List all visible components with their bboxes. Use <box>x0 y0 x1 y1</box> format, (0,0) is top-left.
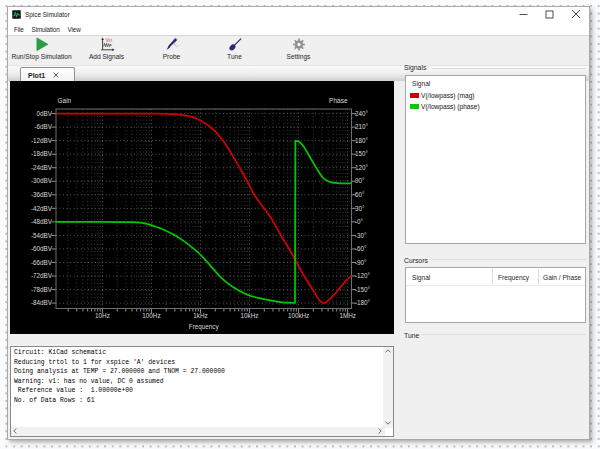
settings-gear-icon <box>291 37 307 52</box>
cursors-header-gain-phase[interactable]: Gain / Phase <box>543 274 581 281</box>
svg-text:-90°: -90° <box>355 259 367 266</box>
svg-text:Vin: Vin <box>105 38 112 43</box>
svg-text:-72dBV: -72dBV <box>30 272 52 279</box>
toolbar-label: Run/Stop Simulation <box>11 53 71 60</box>
cursors-section-label: Cursors <box>404 257 428 264</box>
svg-text:-0°: -0° <box>355 218 364 225</box>
probe-icon <box>164 37 180 52</box>
svg-text:30°: 30° <box>355 205 365 212</box>
svg-text:-30dBV: -30dBV <box>30 177 52 184</box>
gain-axis-title: Gain <box>57 97 71 104</box>
signals-section-label: Signals <box>404 64 426 71</box>
menu-view[interactable]: View <box>68 26 81 33</box>
run-simulation-icon <box>34 37 50 52</box>
titlebar[interactable]: Spice Simulator <box>8 7 589 25</box>
magnitude-trace[interactable] <box>56 114 352 304</box>
signal-row[interactable]: V(/lowpass) (mag) <box>406 90 585 101</box>
console-text: Circuit: KiCad schematic Reducing trtol … <box>14 348 225 405</box>
svg-text:100Hz: 100Hz <box>142 312 160 319</box>
svg-text:-150°: -150° <box>355 286 371 293</box>
cursors-section-line <box>432 259 586 260</box>
bode-plot[interactable]: 10Hz100Hz1kHz10kHz100kHz1MHz0dBV240°-6dB… <box>10 81 394 334</box>
console-hscrollbar[interactable] <box>11 427 385 437</box>
svg-text:100kHz: 100kHz <box>287 312 308 319</box>
signal-name: V(/lowpass) (phase) <box>421 103 480 110</box>
svg-text:1kHz: 1kHz <box>193 312 207 319</box>
add-signals-icon: Vin <box>99 37 115 52</box>
svg-text:-6dBV: -6dBV <box>34 123 52 130</box>
svg-text:240°: 240° <box>355 110 369 117</box>
svg-text:-42dBV: -42dBV <box>30 205 52 212</box>
svg-text:-18dBV: -18dBV <box>30 150 52 157</box>
cursors-column-separator <box>492 269 493 284</box>
svg-text:1MHz: 1MHz <box>339 312 355 319</box>
window-title: Spice Simulator <box>25 11 70 18</box>
svg-text:150°: 150° <box>355 150 369 157</box>
tune-icon <box>227 37 243 52</box>
console-vscrollbar[interactable] <box>383 347 393 428</box>
minimize-icon <box>519 10 528 19</box>
cursors-header-signal[interactable]: Signal <box>412 274 430 281</box>
simulation-console[interactable]: Circuit: KiCad schematic Reducing trtol … <box>10 346 394 438</box>
tune-section-label: Tune <box>404 332 419 339</box>
tune-section-line <box>421 334 586 335</box>
cursors-column-separator <box>538 269 539 284</box>
frequency-axis-title: Frequency <box>188 323 219 331</box>
svg-text:-66dBV: -66dBV <box>30 259 52 266</box>
signal-color-chip <box>410 93 419 98</box>
scroll-up-icon[interactable] <box>383 347 393 357</box>
minimize-button[interactable] <box>513 7 535 21</box>
svg-text:-120°: -120° <box>355 272 371 279</box>
close-icon <box>571 9 581 19</box>
tab-plot1-label: Plot1 <box>28 72 45 79</box>
maximize-button[interactable] <box>539 7 561 21</box>
spice-simulator-window: Spice Simulator File Simulation View Run… <box>7 6 590 440</box>
phase-axis-title: Phase <box>329 97 348 104</box>
svg-text:0dBV: 0dBV <box>36 110 52 117</box>
svg-text:10kHz: 10kHz <box>240 312 258 319</box>
svg-text:-84dBV: -84dBV <box>30 299 52 306</box>
tab-plot1[interactable]: Plot1 <box>20 67 75 82</box>
svg-text:-24dBV: -24dBV <box>30 164 52 171</box>
cursors-list[interactable]: Signal Frequency Gain / Phase <box>405 267 586 323</box>
menu-simulation[interactable]: Simulation <box>32 26 60 33</box>
svg-text:-48dBV: -48dBV <box>30 218 52 225</box>
cursors-header-underline <box>406 285 585 286</box>
signals-column-header: Signal <box>412 80 430 87</box>
cursors-header-frequency[interactable]: Frequency <box>498 274 529 281</box>
scroll-right-icon[interactable] <box>375 427 385 437</box>
toolbar-label: Tune <box>227 53 242 60</box>
toolbar-label: Probe <box>163 53 181 60</box>
svg-text:210°: 210° <box>355 123 369 130</box>
svg-text:-78dBV: -78dBV <box>30 286 52 293</box>
svg-text:120°: 120° <box>355 164 369 171</box>
svg-text:-54dBV: -54dBV <box>30 232 52 239</box>
svg-text:-30°: -30° <box>355 232 367 239</box>
svg-text:180°: 180° <box>355 137 369 144</box>
signal-row[interactable]: V(/lowpass) (phase) <box>406 101 585 112</box>
signals-section-line <box>432 68 586 69</box>
svg-text:10Hz: 10Hz <box>95 312 110 319</box>
app-icon <box>12 10 21 19</box>
toolbar-label: Settings <box>287 53 311 60</box>
svg-text:60°: 60° <box>355 191 365 198</box>
maximize-icon <box>545 10 554 19</box>
svg-text:-180°: -180° <box>355 299 371 306</box>
toolbar-label: Add Signals <box>89 53 124 60</box>
svg-text:-60dBV: -60dBV <box>30 245 52 252</box>
toolbar: Run/Stop SimulationVinAdd SignalsProbeTu… <box>8 36 589 66</box>
svg-text:90°: 90° <box>355 177 365 184</box>
svg-text:-12dBV: -12dBV <box>30 137 52 144</box>
menu-file[interactable]: File <box>14 26 24 33</box>
signals-list[interactable]: Signal V(/lowpass) (mag)V(/lowpass) (pha… <box>405 75 586 244</box>
phase-trace[interactable] <box>56 141 352 303</box>
plot-tick-marks <box>51 114 356 313</box>
close-button[interactable] <box>565 7 587 21</box>
bode-plot-svg: 10Hz100Hz1kHz10kHz100kHz1MHz0dBV240°-6dB… <box>10 81 394 334</box>
toolbar-settings-gear-button[interactable]: Settings <box>261 36 337 66</box>
svg-text:-36dBV: -36dBV <box>30 191 52 198</box>
tab-close-icon[interactable] <box>53 72 59 78</box>
scroll-left-icon[interactable] <box>11 427 21 437</box>
signal-name: V(/lowpass) (mag) <box>421 92 475 99</box>
signal-color-chip <box>410 104 419 109</box>
